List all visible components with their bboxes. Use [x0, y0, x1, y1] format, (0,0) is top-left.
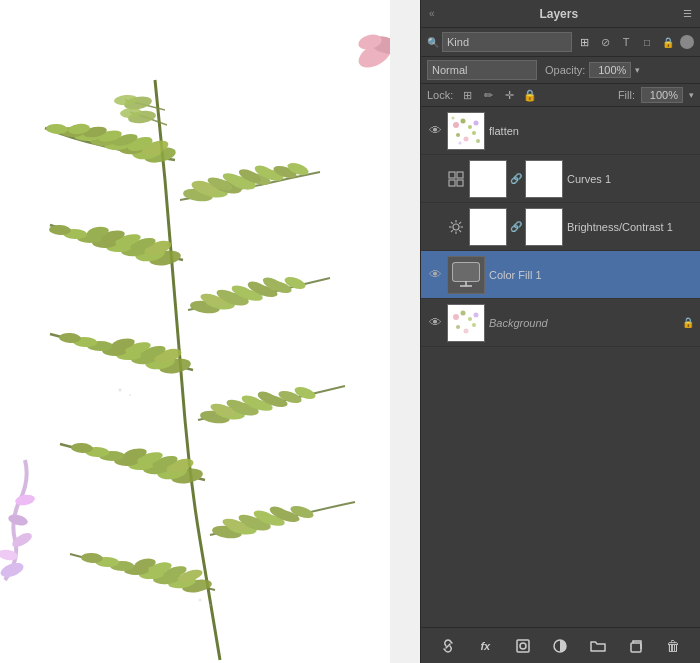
svg-point-128 [461, 118, 466, 123]
svg-rect-137 [449, 172, 455, 178]
search-icon: 🔍 [427, 37, 439, 48]
new-layer-btn[interactable] [625, 635, 647, 657]
layer-background-visibility[interactable]: 👁 [427, 315, 443, 330]
panel-header-icons: ☰ [683, 8, 692, 19]
panel-title: Layers [539, 7, 578, 21]
layer-background-name: Background [489, 317, 678, 329]
delete-layer-btn[interactable]: 🗑 [662, 635, 684, 657]
layer-brightness1-link-icon: 🔗 [510, 221, 522, 232]
filter-adjust-icon[interactable]: ⊘ [596, 33, 614, 51]
link-icon-svg [440, 638, 456, 654]
opacity-chevron: ▾ [635, 65, 640, 75]
svg-point-161 [472, 323, 476, 327]
brightness1-thumb-white [470, 209, 506, 245]
layer-brightness1-thumbnail-wrap: 🔗 [469, 208, 563, 246]
layer-colorfill1[interactable]: 👁 Color Fill 1 [421, 251, 700, 299]
filter-row: 🔍 Kind ⊞ ⊘ T □ 🔒 [421, 28, 700, 57]
collapse-icon[interactable]: « [429, 8, 435, 19]
svg-point-125 [209, 604, 211, 606]
layer-colorfill1-visibility[interactable]: 👁 [427, 267, 443, 282]
illustration-svg [0, 0, 390, 663]
lock-draw-btn[interactable]: ✏ [480, 89, 496, 102]
svg-rect-166 [631, 643, 641, 652]
svg-point-158 [474, 312, 479, 317]
panel-header: « Layers ☰ [421, 0, 700, 28]
layer-brightness1-name: Brightness/Contrast 1 [567, 221, 694, 233]
filter-smartobj-icon[interactable]: 🔒 [659, 33, 677, 51]
svg-line-148 [459, 222, 461, 224]
svg-rect-138 [457, 172, 463, 178]
svg-point-164 [520, 643, 526, 649]
filter-color-icon[interactable] [680, 35, 694, 49]
layer-flatten-thumbnail-wrap [447, 112, 485, 150]
layer-brightness1[interactable]: 👁 🔗 [421, 203, 700, 251]
layer-curves1-thumbnail-wrap: 🔗 [469, 160, 563, 198]
blend-mode-select[interactable]: Normal [427, 60, 537, 80]
svg-point-159 [456, 325, 460, 329]
lock-label: Lock: [427, 89, 453, 101]
svg-point-155 [453, 314, 459, 320]
layer-flatten-visibility[interactable]: 👁 [427, 123, 443, 138]
filter-type-icon[interactable]: T [617, 33, 635, 51]
layers-list: 👁 [421, 107, 700, 627]
layer-curves1-mask-thumbnail [525, 160, 563, 198]
svg-point-134 [476, 139, 480, 143]
fill-input[interactable] [641, 87, 683, 103]
svg-rect-139 [449, 180, 455, 186]
lock-pixels-btn[interactable]: ⊞ [459, 89, 475, 102]
lock-icons-group: ⊞ ✏ ✛ 🔒 [459, 89, 538, 102]
layer-curves1[interactable]: 👁 🔗 Curves 1 [421, 155, 700, 203]
adjustment-layer-btn[interactable] [549, 635, 571, 657]
layer-background-lock: 🔒 [682, 317, 694, 328]
svg-point-129 [468, 125, 472, 129]
canvas-background [0, 0, 390, 663]
folder-icon-svg [590, 638, 606, 654]
layer-curves1-visibility[interactable]: 👁 [427, 171, 443, 186]
layer-flatten[interactable]: 👁 [421, 107, 700, 155]
layer-brightness1-visibility[interactable]: 👁 [427, 219, 443, 234]
canvas-area [0, 0, 390, 663]
fill-label: Fill: [618, 89, 635, 101]
svg-point-122 [119, 389, 122, 392]
layer-curves1-thumbnail [469, 160, 507, 198]
filter-row-inner: 🔍 Kind ⊞ ⊘ T □ 🔒 [427, 32, 694, 52]
svg-point-156 [461, 310, 466, 315]
lock-move-btn[interactable]: ✛ [501, 89, 517, 102]
layer-colorfill1-name: Color Fill 1 [489, 269, 694, 281]
svg-point-124 [199, 599, 202, 602]
bg-thumb-svg [448, 305, 484, 341]
adjustment-icon-svg [552, 638, 568, 654]
mask-icon-svg [515, 638, 531, 654]
svg-point-132 [464, 136, 469, 141]
brightness-icon-svg [448, 219, 464, 235]
link-layers-btn[interactable] [437, 635, 459, 657]
fx-btn[interactable]: fx [474, 635, 496, 657]
filter-kind-select[interactable]: Kind [442, 32, 572, 52]
filter-shape-icon[interactable]: □ [638, 33, 656, 51]
layer-background[interactable]: 👁 Background 🔒 [421, 299, 700, 347]
svg-point-127 [453, 122, 459, 128]
layer-flatten-name: flatten [489, 125, 694, 137]
svg-point-135 [459, 141, 462, 144]
layer-flatten-thumbnail [447, 112, 485, 150]
svg-point-157 [468, 317, 472, 321]
layer-curves1-type-icon [447, 170, 465, 188]
layer-colorfill1-thumbnail [447, 256, 485, 294]
lock-all-btn[interactable]: 🔒 [522, 89, 538, 102]
svg-point-131 [456, 133, 460, 137]
add-mask-btn[interactable] [512, 635, 534, 657]
group-layers-btn[interactable] [587, 635, 609, 657]
opacity-input[interactable] [589, 62, 631, 78]
svg-point-130 [474, 120, 479, 125]
curves1-thumb-white [470, 161, 506, 197]
opacity-label: Opacity: [545, 64, 585, 76]
layer-background-thumbnail-wrap [447, 304, 485, 342]
flatten-thumb-svg [448, 113, 484, 149]
filter-pixel-icon[interactable]: ⊞ [575, 33, 593, 51]
monitor-icon-svg [449, 258, 483, 292]
layer-brightness1-thumbnail [469, 208, 507, 246]
layer-background-thumbnail [447, 304, 485, 342]
blend-opacity-row: Normal Opacity: ▾ [421, 57, 700, 84]
svg-point-123 [129, 394, 131, 396]
panel-menu-icon[interactable]: ☰ [683, 8, 692, 19]
